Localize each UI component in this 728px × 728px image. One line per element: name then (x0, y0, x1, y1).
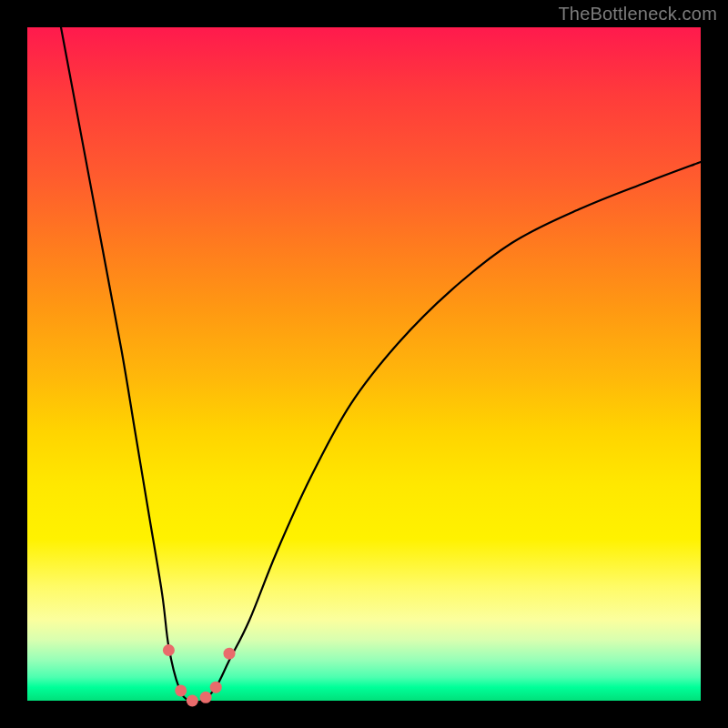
marker-dot (187, 695, 198, 707)
chart-frame: TheBottleneck.com (0, 0, 728, 728)
marker-dot (200, 692, 212, 703)
marker-dots-group (163, 644, 236, 707)
marker-dot (175, 684, 187, 696)
plot-area (27, 27, 701, 701)
bottleneck-curve (61, 27, 701, 703)
watermark-text: TheBottleneck.com (558, 4, 717, 25)
marker-dot (163, 644, 175, 656)
curve-svg (27, 27, 701, 701)
marker-dot (224, 648, 236, 660)
marker-dot (210, 682, 222, 693)
